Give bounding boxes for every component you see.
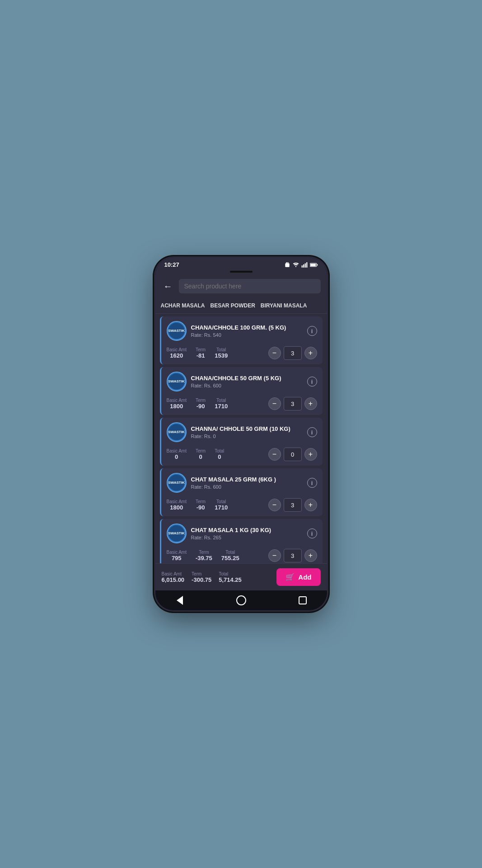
amt-item-basic-4: Basic Amt 795 xyxy=(167,550,187,561)
amount-row-1: Basic Amt 1800 Term -90 Total 1710 xyxy=(161,394,323,415)
svg-rect-0 xyxy=(285,263,289,267)
qty-minus-3[interactable]: − xyxy=(268,499,281,511)
info-icon-3[interactable]: i xyxy=(307,478,317,488)
svg-rect-11 xyxy=(310,264,316,266)
term-value-4: -39.75 xyxy=(196,555,212,561)
status-bar: 10:27 xyxy=(155,258,327,270)
qty-plus-4[interactable]: + xyxy=(304,549,317,562)
qty-control-0: − + xyxy=(268,346,317,360)
amt-group-0: Basic Amt 1620 Term -81 Total 1539 xyxy=(167,347,228,359)
add-button-label: Add xyxy=(298,573,311,581)
footer-total-label: Total xyxy=(219,571,242,576)
product-logo-1: SWASTIK xyxy=(167,372,187,392)
svg-rect-7 xyxy=(304,263,305,267)
info-icon-4[interactable]: i xyxy=(307,528,317,538)
basic-value-0: 1620 xyxy=(170,352,183,359)
category-tab-0[interactable]: ACHAR MASALA xyxy=(161,302,205,310)
product-logo-inner-2: SWASTIK xyxy=(168,424,185,440)
phone-shell: 10:27 ← ACHAR MASALA BESAR POWDER BIRYAN… xyxy=(155,258,327,610)
qty-input-1[interactable] xyxy=(284,397,302,410)
qty-plus-0[interactable]: + xyxy=(304,347,317,359)
amount-row-3: Basic Amt 1800 Term -90 Total 1710 xyxy=(161,495,323,516)
search-input[interactable] xyxy=(179,279,321,293)
app-content: ← ACHAR MASALA BESAR POWDER BIRYANI MASA… xyxy=(155,274,327,590)
footer-basic-value: 6,015.00 xyxy=(162,576,185,583)
svg-rect-2 xyxy=(287,262,288,264)
amt-group-4: Basic Amt 795 Term -39.75 Total 755.25 xyxy=(167,550,239,561)
qty-input-3[interactable] xyxy=(284,498,302,512)
product-top-3: SWASTIK CHAT MASALA 25 GRM (6KG ) Rate: … xyxy=(161,468,323,495)
qty-input-0[interactable] xyxy=(284,346,302,360)
product-logo-inner-0: SWASTIK xyxy=(168,323,185,339)
product-rate-1: Rate: Rs. 600 xyxy=(191,383,303,388)
add-button[interactable]: 🛒 Add xyxy=(276,568,320,586)
svg-rect-1 xyxy=(286,262,287,264)
qty-plus-1[interactable]: + xyxy=(304,397,317,410)
footer-term: Term -300.75 xyxy=(192,571,211,583)
product-name-0: CHANA/CHHOLE 100 GRM. (5 KG) xyxy=(191,324,303,332)
nav-home-icon xyxy=(236,595,246,605)
products-list: SWASTIK CHANA/CHHOLE 100 GRM. (5 KG) Rat… xyxy=(155,314,327,563)
footer-total: Total 5,714.25 xyxy=(219,571,242,583)
footer-total-value: 5,714.25 xyxy=(219,576,242,583)
info-icon-1[interactable]: i xyxy=(307,377,317,387)
category-tab-1[interactable]: BESAR POWDER xyxy=(211,302,255,310)
qty-plus-3[interactable]: + xyxy=(304,499,317,511)
qty-minus-4[interactable]: − xyxy=(268,549,281,562)
qty-minus-1[interactable]: − xyxy=(268,397,281,410)
basic-label-4: Basic Amt xyxy=(167,550,187,555)
svg-rect-8 xyxy=(306,262,307,268)
qty-control-3: − + xyxy=(268,498,317,512)
footer-term-value: -300.75 xyxy=(192,576,211,583)
product-card-4: SWASTIK CHAT MASALA 1 KG (30 KG) Rate: R… xyxy=(160,519,323,563)
qty-minus-2[interactable]: − xyxy=(268,448,281,461)
info-icon-2[interactable]: i xyxy=(307,427,317,437)
amount-row-4: Basic Amt 795 Term -39.75 Total 755.25 xyxy=(161,546,323,563)
qty-minus-0[interactable]: − xyxy=(268,347,281,359)
basic-value-1: 1800 xyxy=(170,403,183,410)
status-icons xyxy=(284,262,318,268)
product-top-2: SWASTIK CHANNA/ CHHOLE 50 GRM (10 KG) Ra… xyxy=(161,418,323,445)
term-value-2: 0 xyxy=(199,453,202,460)
amt-item-term-0: Term -81 xyxy=(196,347,206,359)
amt-item-term-1: Term -90 xyxy=(196,398,206,410)
qty-plus-2[interactable]: + xyxy=(304,448,317,461)
status-time: 10:27 xyxy=(164,261,179,268)
totals-group: Basic Amt 6,015.00 Term -300.75 Total 5,… xyxy=(162,571,242,583)
qty-input-4[interactable] xyxy=(284,549,302,562)
product-name-4: CHAT MASALA 1 KG (30 KG) xyxy=(191,527,303,534)
back-button[interactable]: ← xyxy=(162,279,174,293)
nav-home-button[interactable] xyxy=(235,594,248,607)
amt-item-total-2: Total 0 xyxy=(215,448,224,460)
basic-value-3: 1800 xyxy=(170,504,183,511)
product-info-0: CHANA/CHHOLE 100 GRM. (5 KG) Rate: Rs. 5… xyxy=(191,324,303,338)
product-rate-2: Rate: Rs. 0 xyxy=(191,434,303,439)
product-name-2: CHANNA/ CHHOLE 50 GRM (10 KG) xyxy=(191,425,303,433)
term-value-0: -81 xyxy=(197,352,205,359)
product-rate-4: Rate: Rs. 265 xyxy=(191,535,303,540)
basic-label-2: Basic Amt xyxy=(167,448,187,453)
term-label-3: Term xyxy=(196,499,206,504)
nav-back-button[interactable] xyxy=(173,594,186,607)
term-label-4: Term xyxy=(199,550,209,555)
product-logo-inner-1: SWASTIK xyxy=(168,373,185,390)
amt-item-term-4: Term -39.75 xyxy=(196,550,212,561)
notch-speaker xyxy=(230,271,253,273)
amt-item-total-1: Total 1710 xyxy=(215,398,228,410)
nav-recents-button[interactable] xyxy=(296,594,309,607)
total-label-2: Total xyxy=(215,448,224,453)
product-logo-0: SWASTIK xyxy=(167,321,187,341)
qty-input-2[interactable] xyxy=(284,448,302,461)
footer-term-label: Term xyxy=(192,571,211,576)
category-tab-2[interactable]: BIRYANI MASALA xyxy=(261,302,307,310)
wifi-icon xyxy=(293,262,299,268)
nav-back-icon xyxy=(177,596,183,605)
battery-icon xyxy=(310,262,318,268)
info-icon-0[interactable]: i xyxy=(307,326,317,336)
amount-row-0: Basic Amt 1620 Term -81 Total 1539 xyxy=(161,344,323,364)
product-top-0: SWASTIK CHANA/CHHOLE 100 GRM. (5 KG) Rat… xyxy=(161,316,323,344)
nav-recents-icon xyxy=(299,596,307,604)
notch-bar xyxy=(155,270,327,274)
product-card-0: SWASTIK CHANA/CHHOLE 100 GRM. (5 KG) Rat… xyxy=(160,316,323,364)
basic-value-4: 795 xyxy=(172,555,182,561)
